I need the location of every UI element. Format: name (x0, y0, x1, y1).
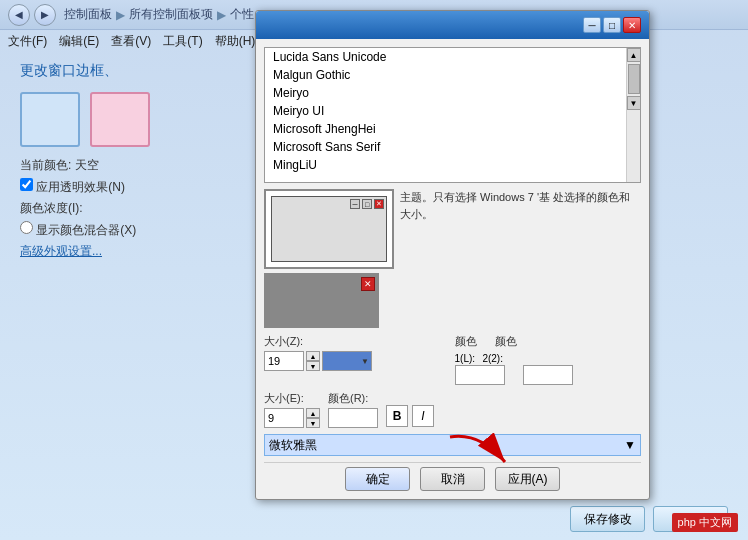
scroll-up-arrow[interactable]: ▲ (627, 48, 641, 62)
color-r-group: 颜色(R): (328, 391, 378, 428)
font-list-item[interactable]: Meiryo UI (265, 102, 626, 120)
size-z-spinners: ▲ ▼ (306, 351, 320, 371)
swatch-pink[interactable] (90, 92, 150, 147)
preview-box-2-wrap: ✕ (264, 273, 394, 328)
font-list-item[interactable]: Microsoft Sans Serif (265, 138, 626, 156)
menu-view[interactable]: 查看(V) (111, 33, 151, 50)
size-e-input[interactable] (264, 408, 304, 428)
color-2-label: 颜色 颜色 (455, 334, 642, 349)
size-e-label: 大小(E): (264, 391, 320, 406)
close-button[interactable]: ✕ (623, 17, 641, 33)
font-list-item[interactable]: MingLiU_HKSCS (265, 174, 626, 176)
preview-section: ─ □ ✕ ✕ 主题。只有选择 Windows 7 '基 处选择的颜色和大小。 (264, 189, 641, 328)
spin-down-e[interactable]: ▼ (306, 418, 320, 428)
preview-close[interactable]: ✕ (374, 199, 384, 209)
size-z-group: 大小(Z): ▲ ▼ ▼ (264, 334, 451, 385)
spin-up-e[interactable]: ▲ (306, 408, 320, 418)
size-2-label: 2(2): (482, 353, 503, 364)
size-1l-label: 1(L): (455, 353, 476, 364)
size-color-grid: 大小(Z): ▲ ▼ ▼ 颜色 颜色 (264, 334, 641, 385)
size-e-spinners: ▲ ▼ (306, 408, 320, 428)
breadcrumb-sep-2: ▶ (217, 8, 226, 22)
back-button[interactable]: ◀ (8, 4, 30, 26)
menu-edit[interactable]: 编辑(E) (59, 33, 99, 50)
right-info-text: 主题。只有选择 Windows 7 '基 处选择的颜色和大小。 (400, 189, 641, 328)
preview-min[interactable]: ─ (350, 199, 360, 209)
breadcrumb-item-1[interactable]: 控制面板 (64, 6, 112, 23)
breadcrumb-item-2[interactable]: 所有控制面板项 (129, 6, 213, 23)
font-list-item[interactable]: Malgun Gothic (265, 66, 626, 84)
font-list-item[interactable]: Lucida Sans Unicode (265, 48, 626, 66)
transparency-checkbox[interactable] (20, 178, 33, 191)
size-e-row-group: 大小(E): ▲ ▼ 颜色(R): B I (264, 391, 641, 428)
breadcrumb-sep-1: ▶ (116, 8, 125, 22)
color-dropdown-z[interactable]: ▼ (322, 351, 372, 371)
size-z-input-row: ▲ ▼ ▼ (264, 351, 451, 371)
preview-box-2: ✕ (264, 273, 379, 328)
bold-italic-group: B I (386, 405, 434, 427)
preview-box-inner-1: ─ □ ✕ (271, 196, 387, 262)
font-list-item[interactable]: MingLiU (265, 156, 626, 174)
size-z-label: 大小(Z): (264, 334, 451, 349)
color-2-group: 颜色 颜色 1(L): 2(2): (455, 334, 642, 385)
size-e-input-row: ▲ ▼ (264, 408, 320, 428)
menu-help[interactable]: 帮助(H) (215, 33, 256, 50)
size-z-input[interactable] (264, 351, 304, 371)
preview-max[interactable]: □ (362, 199, 372, 209)
watermark: php 中文网 (672, 513, 738, 532)
size-e-group: 大小(E): ▲ ▼ (264, 391, 320, 428)
confirm-button[interactable]: 确定 (345, 467, 410, 491)
color-r-box[interactable] (328, 408, 378, 428)
font-list[interactable]: Lucida Sans UnicodeMalgun GothicMeiryoMe… (265, 48, 626, 176)
color-r-label: 颜色(R): (328, 391, 378, 406)
italic-button[interactable]: I (412, 405, 434, 427)
arrow-overlay (440, 427, 520, 480)
save-button[interactable]: 保存修改 (570, 506, 645, 532)
font-dropdown-value: 微软雅黑 (269, 437, 317, 454)
menu-file[interactable]: 文件(F) (8, 33, 47, 50)
preview-close-x[interactable]: ✕ (361, 277, 375, 291)
color-dropdown-arrow-z: ▼ (361, 357, 369, 366)
font-list-item[interactable]: Meiryo (265, 84, 626, 102)
spin-down-z[interactable]: ▼ (306, 361, 320, 371)
color-mixer-radio[interactable] (20, 221, 33, 234)
color-r-input-row (328, 408, 378, 428)
font-list-panel: Lucida Sans UnicodeMalgun GothicMeiryoMe… (264, 47, 641, 183)
font-list-item[interactable]: Microsoft JhengHei (265, 120, 626, 138)
forward-button[interactable]: ▶ (34, 4, 56, 26)
preview-controls: ─ □ ✕ (350, 199, 384, 209)
color-2-input-row (455, 365, 642, 385)
minimize-button[interactable]: ─ (583, 17, 601, 33)
font-dropdown-arrow: ▼ (624, 438, 636, 452)
swatch-blue[interactable] (20, 92, 80, 147)
scroll-thumb[interactable] (628, 64, 640, 94)
preview-boxes: ─ □ ✕ ✕ (264, 189, 394, 328)
menu-tools[interactable]: 工具(T) (163, 33, 202, 50)
spin-up-z[interactable]: ▲ (306, 351, 320, 361)
font-scrollbar[interactable]: ▲ ▼ (626, 48, 640, 182)
dialog-window-controls: ─ □ ✕ (583, 17, 641, 33)
color-2-row: 1(L): 2(2): (455, 351, 642, 365)
bold-button[interactable]: B (386, 405, 408, 427)
scroll-down-arrow[interactable]: ▼ (627, 96, 641, 110)
color-box-white-2[interactable] (523, 365, 573, 385)
preview-box-1: ─ □ ✕ (264, 189, 394, 269)
breadcrumb: 控制面板 ▶ 所有控制面板项 ▶ 个性... (64, 6, 264, 23)
dialog-titlebar: ─ □ ✕ (256, 11, 649, 39)
color-box-white[interactable] (455, 365, 505, 385)
restore-button[interactable]: □ (603, 17, 621, 33)
nav-buttons: ◀ ▶ (8, 4, 56, 26)
